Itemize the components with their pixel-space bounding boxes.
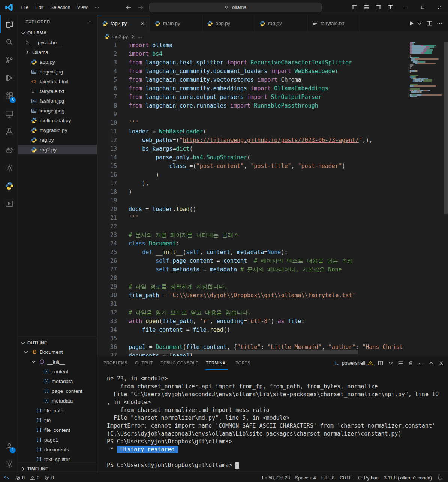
- timeline-section-header[interactable]: TIMELINE: [18, 464, 97, 473]
- minimize-button[interactable]: [397, 0, 414, 15]
- minimap[interactable]: [410, 42, 444, 356]
- split-terminal-icon[interactable]: [378, 360, 384, 366]
- menu-view[interactable]: View: [74, 3, 91, 12]
- activity-accounts[interactable]: 1: [0, 437, 18, 455]
- status-forwarded-ports[interactable]: 0: [42, 473, 57, 482]
- close-icon[interactable]: [140, 21, 146, 27]
- scrollbar-thumb[interactable]: [444, 42, 448, 214]
- close-panel-icon[interactable]: [438, 360, 444, 366]
- status-python-interpreter[interactable]: 3.11.8 ('ollama': conda): [381, 473, 435, 482]
- more-actions-icon[interactable]: [436, 20, 443, 27]
- menu-file[interactable]: File: [17, 3, 32, 12]
- file-item-multimodal.py[interactable]: multimodal.py: [18, 115, 97, 125]
- close-window-button[interactable]: [431, 0, 448, 15]
- toggle-panel-icon[interactable]: [363, 4, 370, 10]
- outline-item-metadata[interactable]: metadata: [18, 396, 97, 406]
- kill-terminal-icon[interactable]: [408, 360, 414, 366]
- status-encoding[interactable]: UTF-8: [319, 473, 337, 482]
- terminal-output[interactable]: ne 23, in <module> from charset_normaliz…: [97, 370, 448, 473]
- outline-item-page_content[interactable]: page_content: [18, 386, 97, 396]
- code-editor[interactable]: 1import ollama2import bs43from langchain…: [97, 41, 448, 356]
- forward-arrow-icon[interactable]: [137, 4, 144, 11]
- launch-profile-icon[interactable]: [398, 360, 404, 366]
- activity-python[interactable]: [0, 177, 18, 195]
- file-item-app.py[interactable]: app.py: [18, 57, 97, 67]
- outline-item-content[interactable]: content: [18, 367, 97, 376]
- outline-item-file[interactable]: file: [18, 415, 97, 425]
- outline-item-file_path[interactable]: file_path: [18, 406, 97, 415]
- run-button-icon[interactable]: [408, 20, 415, 27]
- terminal-dropdown-icon[interactable]: [388, 360, 394, 366]
- menu-selection[interactable]: Selection: [47, 3, 73, 12]
- outline-item-metadata[interactable]: metadata: [18, 376, 97, 386]
- command-center-search[interactable]: ollama: [149, 3, 322, 12]
- file-item-fairytale.html[interactable]: fairytale.html: [18, 76, 97, 86]
- outline-item-__init__[interactable]: __init__: [18, 357, 97, 367]
- file-item-dogcat.jpg[interactable]: dogcat.jpg: [18, 67, 97, 76]
- outline-item-documents[interactable]: documents: [18, 445, 97, 454]
- file-item-mygradio.py[interactable]: mygradio.py: [18, 125, 97, 135]
- code-area[interactable]: 1import ollama2import bs43from langchain…: [97, 41, 410, 356]
- folder-item-__pycache__[interactable]: __pycache__: [18, 37, 97, 47]
- status-remote-indicator[interactable]: [0, 473, 13, 482]
- activity-manage[interactable]: [0, 455, 18, 473]
- activity-search[interactable]: [0, 33, 18, 51]
- activity-extensions[interactable]: 3: [0, 87, 18, 105]
- run-dropdown-icon[interactable]: [416, 20, 423, 27]
- breadcrumb[interactable]: rag2.py …: [97, 31, 448, 41]
- status-eol-sequence[interactable]: CRLF: [337, 473, 355, 482]
- file-item-image.jpeg[interactable]: image.jpeg: [18, 106, 97, 115]
- status-cursor-position[interactable]: Ln 58, Col 23: [259, 473, 292, 482]
- panel-tab-problems[interactable]: PROBLEMS: [103, 356, 127, 370]
- file-item-rag.py[interactable]: rag.py: [18, 135, 97, 145]
- outline-item-document[interactable]: Document: [18, 347, 97, 357]
- outline-item-file_content[interactable]: file_content: [18, 425, 97, 435]
- explorer-more-button[interactable]: ⋯: [87, 19, 92, 24]
- status-language-mode[interactable]: Python: [355, 473, 381, 482]
- split-editor-icon[interactable]: [426, 20, 433, 27]
- status-warnings[interactable]: 0: [27, 473, 42, 482]
- panel-tab-output[interactable]: OUTPUT: [135, 356, 153, 370]
- terminal-instance-powershell[interactable]: powershell: [334, 360, 373, 366]
- outline-section-header[interactable]: OUTLINE: [18, 338, 97, 347]
- breadcrumb-symbol[interactable]: …: [137, 34, 142, 39]
- activity-docker[interactable]: [0, 141, 18, 159]
- status-notifications[interactable]: [435, 473, 445, 482]
- toggle-primary-sidebar-icon[interactable]: [351, 4, 358, 10]
- toggle-secondary-sidebar-icon[interactable]: [375, 4, 382, 10]
- maximize-button[interactable]: [414, 0, 431, 15]
- activity-explorer[interactable]: [0, 15, 18, 33]
- tab-rag2.py[interactable]: rag2.py: [97, 15, 150, 31]
- status-errors[interactable]: 0: [13, 473, 27, 482]
- customize-layout-icon[interactable]: [387, 4, 394, 10]
- panel-tab-ports[interactable]: PORTS: [235, 356, 250, 370]
- outline-item-page1[interactable]: page1: [18, 435, 97, 445]
- file-item-fairytale.txt[interactable]: fairytale.txt: [18, 86, 97, 96]
- activity-source-control[interactable]: [0, 51, 18, 69]
- tab-fairytale.txt[interactable]: fairytale.txt: [307, 15, 360, 31]
- menu-edit[interactable]: Edit: [32, 3, 47, 12]
- menu-more-button[interactable]: ⋯: [91, 3, 103, 12]
- activity-testing[interactable]: [0, 123, 18, 141]
- status-indentation[interactable]: Spaces: 4: [292, 473, 319, 482]
- folder-item-ollama[interactable]: Ollama: [18, 47, 97, 57]
- project-section-header[interactable]: OLLAMA: [18, 28, 97, 37]
- tab-app.py[interactable]: app.py: [202, 15, 255, 31]
- activity-settings-sync[interactable]: [0, 159, 18, 177]
- breadcrumb-file[interactable]: rag2.py: [112, 34, 128, 39]
- activity-remote-explorer[interactable]: [0, 105, 18, 123]
- more-actions-icon[interactable]: [418, 360, 424, 366]
- panel-tab-terminal[interactable]: TERMINAL: [206, 356, 228, 370]
- maximize-panel-icon[interactable]: [428, 360, 434, 366]
- horizontal-scrollbar[interactable]: [129, 350, 358, 354]
- file-item-rag2.py[interactable]: rag2.py: [18, 145, 97, 154]
- tab-rag.py[interactable]: rag.py: [255, 15, 307, 31]
- activity-live-preview[interactable]: [0, 195, 18, 213]
- outline-item-text_splitter[interactable]: text_splitter: [18, 454, 97, 464]
- file-item-fashion.jpg[interactable]: fashion.jpg: [18, 96, 97, 106]
- panel-tab-debug-console[interactable]: DEBUG CONSOLE: [160, 356, 198, 370]
- back-arrow-icon[interactable]: [125, 4, 132, 11]
- tab-main.py[interactable]: main.py: [150, 15, 202, 31]
- vertical-scrollbar[interactable]: [444, 41, 448, 356]
- activity-run-and-debug[interactable]: [0, 69, 18, 87]
